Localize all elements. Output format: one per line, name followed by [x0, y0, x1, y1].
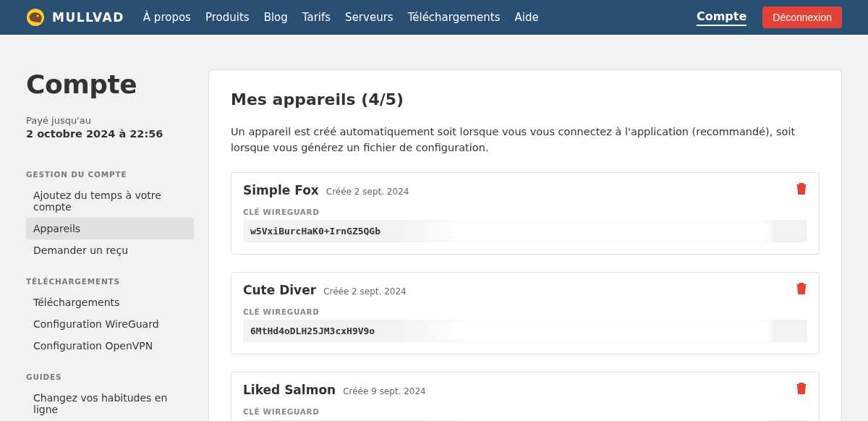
section-manage-title: GESTION DU COMPTE: [26, 170, 194, 179]
sidebar-item-receipt[interactable]: Demander un reçu: [26, 239, 194, 261]
panel-title: Mes appareils (4/5): [231, 90, 820, 109]
paid-until-label: Payé jusqu'au: [26, 115, 194, 126]
wireguard-key-value: w5VxiBurcHaK0+IrnGZ5QGb: [243, 220, 807, 242]
account-link[interactable]: Compte: [697, 9, 746, 26]
wireguard-key-label: CLÉ WIREGUARD: [243, 407, 807, 416]
trash-icon: [796, 281, 807, 294]
sidebar-item-downloads[interactable]: Téléchargements: [26, 292, 194, 313]
device-card: Cute Diver Créée 2 sept. 2024 CLÉ WIREGU…: [231, 272, 820, 354]
nav-links: À propos Produits Blog Tarifs Serveurs T…: [143, 11, 539, 24]
device-name: Simple Fox: [243, 183, 319, 197]
sidebar-item-habits[interactable]: Changez vos habitudes en ligne: [26, 387, 194, 420]
topbar: MULLVAD À propos Produits Blog Tarifs Se…: [0, 0, 868, 35]
nav-help[interactable]: Aide: [515, 11, 539, 24]
sidebar: Compte Payé jusqu'au 2 octobre 2024 à 22…: [26, 69, 194, 421]
section-guides-title: GUIDES: [26, 373, 194, 381]
sidebar-item-openvpn[interactable]: Configuration OpenVPN: [26, 335, 194, 357]
device-created: Créée 2 sept. 2024: [323, 286, 407, 297]
logo-icon: [26, 8, 45, 27]
wireguard-key-label: CLÉ WIREGUARD: [243, 208, 807, 216]
delete-device-button[interactable]: [796, 182, 807, 197]
sidebar-item-add-time[interactable]: Ajoutez du temps à votre compte: [26, 184, 194, 218]
device-created: Créée 2 sept. 2024: [326, 187, 409, 197]
logout-button[interactable]: Déconnexion: [762, 7, 842, 28]
main-panel: Mes appareils (4/5) Un appareil est créé…: [208, 69, 842, 421]
device-created: Créée 9 sept. 2024: [343, 386, 426, 396]
trash-icon: [796, 381, 807, 394]
nav-servers[interactable]: Serveurs: [345, 11, 393, 24]
nav-products[interactable]: Produits: [205, 11, 250, 24]
wireguard-key-label: CLÉ WIREGUARD: [243, 307, 807, 316]
svg-point-1: [37, 15, 39, 17]
nav-about[interactable]: À propos: [143, 11, 191, 24]
device-name: Liked Salmon: [243, 383, 336, 397]
brand[interactable]: MULLVAD: [26, 8, 124, 27]
sidebar-item-devices[interactable]: Appareils: [26, 218, 194, 239]
wireguard-key-value: 6MtHd4oDLH25JM3cxH9V9o: [243, 320, 807, 342]
nav-downloads[interactable]: Téléchargements: [408, 11, 501, 24]
device-card: Liked Salmon Créée 9 sept. 2024 CLÉ WIRE…: [231, 372, 820, 422]
paid-until-value: 2 octobre 2024 à 22:56: [26, 128, 194, 140]
sidebar-item-wireguard[interactable]: Configuration WireGuard: [26, 313, 194, 335]
device-name: Cute Diver: [243, 283, 316, 297]
brand-name: MULLVAD: [52, 10, 124, 25]
delete-device-button[interactable]: [796, 381, 807, 397]
delete-device-button[interactable]: [796, 281, 807, 297]
page-title: Compte: [26, 69, 194, 99]
nav-pricing[interactable]: Tarifs: [302, 11, 331, 24]
trash-icon: [796, 182, 807, 195]
nav-blog[interactable]: Blog: [264, 11, 288, 24]
panel-description: Un appareil est créé automatiquement soi…: [231, 124, 820, 156]
device-card: Simple Fox Créée 2 sept. 2024 CLÉ WIREGU…: [231, 172, 820, 255]
section-downloads-title: TÉLÉCHARGEMENTS: [26, 277, 194, 286]
